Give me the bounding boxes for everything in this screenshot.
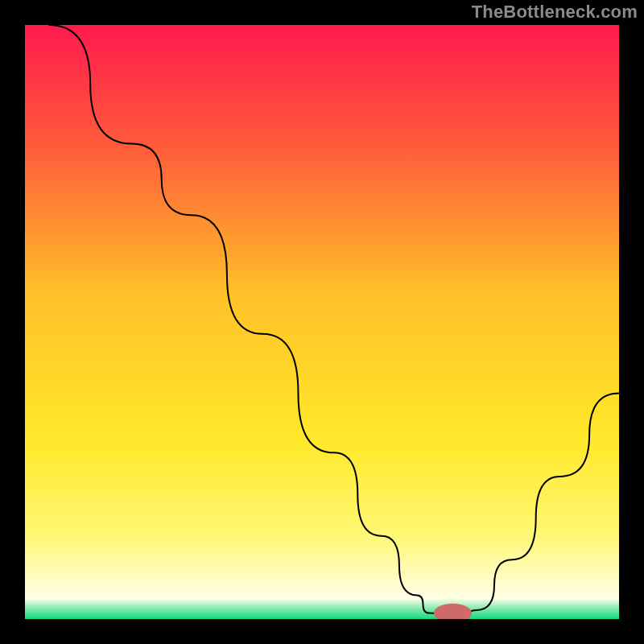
gradient-background — [25, 25, 619, 619]
watermark: TheBottleneck.com — [472, 2, 638, 23]
bottleneck-chart — [25, 25, 619, 619]
